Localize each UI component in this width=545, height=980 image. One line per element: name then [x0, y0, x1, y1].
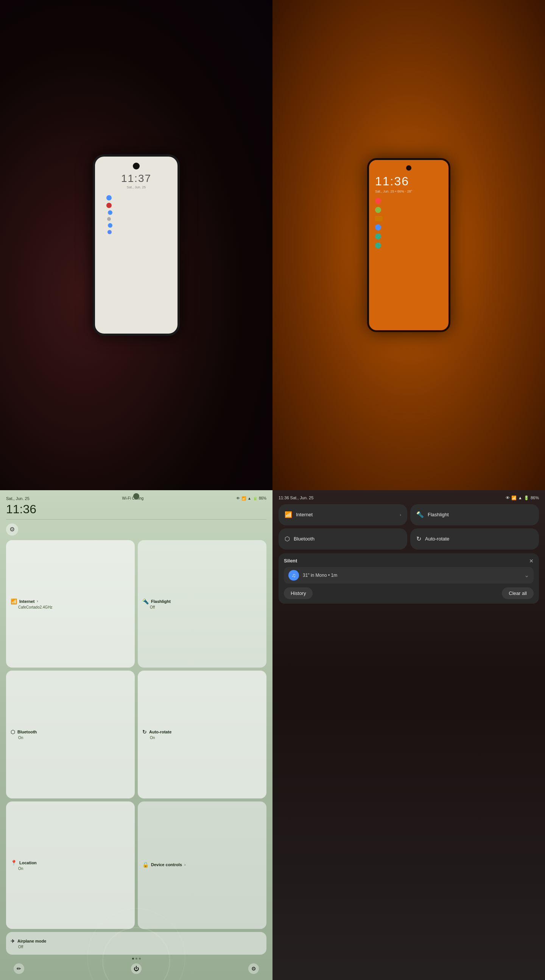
q4-clear-all-button[interactable]: Clear all	[502, 587, 534, 599]
location-icon: 📍	[11, 860, 17, 866]
q3-tile-autorotate[interactable]: ↻ Auto-rotate On	[138, 671, 266, 799]
q4-tiles-grid: 📶 Internet › 🔦 Flashlight ⬡ Bluetooth ↻ …	[279, 504, 539, 550]
q3-tile-location[interactable]: 📍 Location On	[6, 802, 135, 929]
q3-tile-bluetooth-subtitle: On	[11, 736, 130, 740]
q3-tile-device-controls-arrow: ›	[184, 863, 185, 867]
q1-icon-3	[108, 210, 112, 215]
phone-q1: 11:37 Sat., Jun. 25	[93, 154, 180, 336]
q1-time: 11:37	[121, 172, 151, 185]
q3-dot-3	[139, 958, 141, 959]
q4-content: 11:36 Sat., Jun. 25 👁 📶 ▲ 🔋 86% 📶 Intern…	[272, 490, 545, 980]
q1-icon-list	[95, 195, 177, 234]
q3-dot-2	[135, 958, 137, 959]
q4-tile-flashlight[interactable]: 🔦 Flashlight	[410, 504, 539, 525]
bluetooth-icon: ⬡	[11, 729, 15, 735]
q4-autorotate-label: Auto-rotate	[425, 536, 449, 542]
q3-notch	[133, 493, 139, 499]
q1-icon-1	[106, 195, 112, 200]
autorotate-icon: ↻	[142, 729, 147, 735]
q3-tile-flashlight-subtitle: Off	[142, 605, 262, 609]
q4-flashlight-icon: 🔦	[416, 511, 424, 518]
q3-battery-pct: 86%	[259, 496, 266, 500]
q3-bottom-icons: ✏ ⏻ ⚙	[6, 963, 266, 974]
q4-autorotate-icon: ↻	[416, 535, 421, 542]
q3-tile-airplane-subtitle: Off	[11, 945, 262, 949]
q2-icon-6	[375, 242, 381, 248]
q4-notif-body-text: 31" in Mono • 1m	[303, 573, 520, 578]
q3-settings-row: ⚙	[6, 523, 266, 536]
q3-status-icons: 👁 📶 ▲ 🔋 86%	[236, 496, 266, 500]
q4-history-button[interactable]: History	[284, 587, 312, 599]
q3-tile-device-controls[interactable]: 🔒 Device controls ›	[138, 802, 266, 929]
q3-tile-flashlight-title: Flashlight	[151, 599, 171, 604]
q3-tile-flashlight[interactable]: 🔦 Flashlight Off	[138, 540, 266, 668]
q3-date: Sat., Jun. 25	[6, 496, 30, 501]
device-controls-icon: 🔒	[142, 862, 149, 868]
q4-flashlight-label: Flashlight	[428, 512, 449, 517]
q4-bluetooth-label: Bluetooth	[294, 536, 314, 542]
q4-status-icons: 👁 📶 ▲ 🔋 86%	[506, 495, 539, 500]
q4-notification-card: Silent ✕ ♫ 31" in Mono • 1m ⌄ History Cl…	[279, 554, 539, 604]
flashlight-icon: 🔦	[142, 598, 149, 605]
q3-tile-internet[interactable]: 📶 Internet › CafeCortado2.4GHz	[6, 540, 135, 668]
q3-tile-internet-title: Internet	[19, 599, 34, 604]
q4-internet-icon: 📶	[285, 511, 292, 518]
q4-tile-internet[interactable]: 📶 Internet ›	[279, 504, 407, 525]
q3-tile-airplane[interactable]: ✈ Airplane mode Off	[6, 932, 266, 955]
q3-signal-icon: ▲	[247, 496, 251, 500]
q2-icon-3	[375, 216, 382, 221]
q4-notif-chevron-icon[interactable]: ⌄	[524, 571, 529, 579]
quadrant-top-left: 11:37 Sat., Jun. 25	[0, 0, 272, 490]
q2-icon-4	[375, 224, 381, 230]
q2-date: Sat., Jun. 25 • 86% · 28°	[375, 189, 412, 193]
q1-icon-2	[106, 203, 112, 208]
q1-icon-5	[108, 223, 112, 228]
q3-wifi-icon: 📶	[241, 496, 246, 500]
q3-tile-autorotate-subtitle: On	[142, 736, 262, 740]
q3-time: 11:36	[6, 502, 266, 516]
q4-tile-bluetooth[interactable]: ⬡ Bluetooth	[279, 528, 407, 550]
q4-time-date: 11:36 Sat., Jun. 25	[279, 495, 313, 500]
phone-q2-notch	[406, 165, 411, 170]
q2-icon-2	[375, 207, 381, 213]
q3-dot-1	[132, 958, 134, 959]
q3-tile-internet-arrow: ›	[37, 599, 38, 603]
q4-notif-header: Silent ✕	[284, 558, 534, 564]
q4-tile-autorotate[interactable]: ↻ Auto-rotate	[410, 528, 539, 550]
q4-wifi-icon: 📶	[511, 495, 516, 500]
q3-tile-location-title: Location	[19, 861, 37, 865]
q3-battery-icon: 🔋	[253, 496, 257, 500]
q4-notif-app-icon: ♫	[288, 570, 299, 581]
q3-gear-icon[interactable]: ⚙	[248, 963, 259, 974]
quadrant-bottom-left: Sat., Jun. 25 Wi-Fi Calling 👁 📶 ▲ 🔋 86% …	[0, 490, 272, 980]
q3-page-dots	[6, 958, 266, 959]
q3-tile-internet-subtitle: CafeCortado2.4GHz	[11, 605, 130, 609]
q1-icon-6	[107, 230, 112, 234]
q4-internet-label: Internet	[296, 512, 312, 517]
q3-privacy-icon: 👁	[236, 496, 240, 500]
q3-settings-gear[interactable]: ⚙	[6, 523, 18, 536]
q4-battery-icon: 🔋	[524, 495, 529, 500]
quadrant-bottom-right: 11:36 Sat., Jun. 25 👁 📶 ▲ 🔋 86% 📶 Intern…	[272, 490, 545, 980]
q3-tile-bluetooth-title: Bluetooth	[18, 730, 37, 734]
q3-tile-device-controls-title: Device controls	[151, 862, 182, 867]
q4-notif-close-icon[interactable]: ✕	[529, 558, 534, 564]
q4-battery-pct: 86%	[531, 495, 539, 500]
q3-tile-bluetooth[interactable]: ⬡ Bluetooth On	[6, 671, 135, 799]
q2-icon-list	[375, 198, 382, 248]
q3-edit-icon[interactable]: ✏	[14, 963, 24, 974]
q3-power-icon[interactable]: ⏻	[131, 963, 142, 974]
q4-privacy-icon: 👁	[506, 495, 510, 500]
q4-notif-title: Silent	[284, 558, 297, 563]
q3-divider	[6, 519, 266, 520]
q3-tile-autorotate-title: Auto-rotate	[149, 730, 171, 734]
q1-date: Sat., Jun. 25	[127, 185, 146, 189]
airplane-icon: ✈	[11, 938, 15, 944]
q3-content: Sat., Jun. 25 Wi-Fi Calling 👁 📶 ▲ 🔋 86% …	[0, 490, 272, 980]
q4-status-bar: 11:36 Sat., Jun. 25 👁 📶 ▲ 🔋 86%	[279, 495, 539, 500]
main-grid: 11:37 Sat., Jun. 25 11:36 Sat., Jun. 25 …	[0, 0, 545, 980]
q3-wifi-calling: Wi-Fi Calling	[122, 496, 144, 500]
q4-bluetooth-icon: ⬡	[285, 535, 290, 542]
q4-signal-icon: ▲	[518, 495, 522, 500]
q1-icon-4	[107, 217, 111, 221]
